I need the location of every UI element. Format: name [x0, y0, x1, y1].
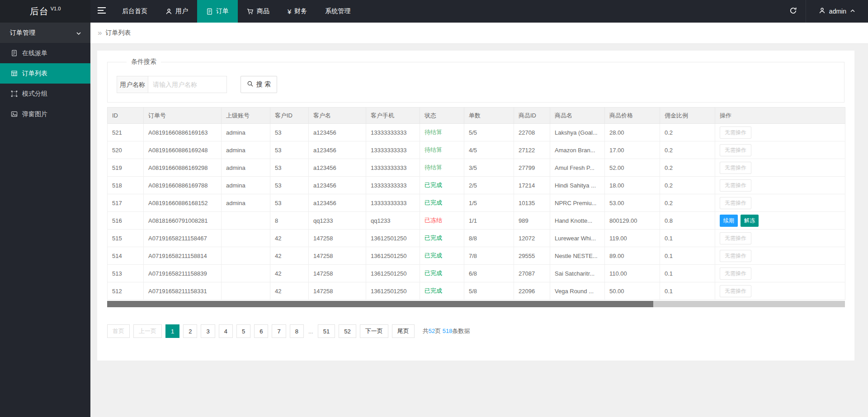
column-header: 佣金比例 [660, 108, 715, 124]
order-list-card: 条件搜索 用户名称 搜 索 ID订单号上级账号客户ID客户名客户手机状态单数商品… [97, 51, 854, 361]
cell-price: 18.00 [605, 177, 660, 194]
nav-item-system[interactable]: 系统管理 [316, 0, 359, 23]
sidebar-section-orders[interactable]: 订单管理 [0, 23, 90, 43]
table-row: 520A08191660886169248admina53a1234561333… [108, 141, 845, 159]
cell-product: Sai Satcharitr... [550, 265, 605, 282]
cell-actions: 无需操作 [715, 141, 845, 159]
cell-status: 已冻结 [420, 212, 464, 230]
column-header: 单数 [464, 108, 514, 124]
sidebar-item-order-list[interactable]: 订单列表 [0, 63, 90, 84]
page-button-52[interactable]: 52 [339, 324, 356, 338]
cell-id: 519 [108, 159, 144, 177]
cell-product: Vega Round ... [550, 282, 605, 300]
app-version: V1.0 [51, 6, 61, 11]
cell-customer: 147258 [309, 282, 366, 300]
navbar-right: admin [781, 0, 868, 23]
column-header: 商品名 [550, 108, 605, 124]
cell-parent: admina [222, 177, 270, 194]
status-badge: 待结算 [425, 164, 442, 171]
cell-customer-id: 8 [270, 212, 309, 230]
nav-item-home[interactable]: 后台首页 [113, 0, 156, 23]
cell-status: 已完成 [420, 282, 464, 300]
cell-phone: 13612501250 [366, 247, 420, 265]
nav-item-orders[interactable]: 订单 [197, 0, 238, 23]
cell-id: 512 [108, 282, 144, 300]
menu-collapse-button[interactable] [90, 0, 113, 23]
status-badge: 已完成 [425, 182, 442, 188]
table-row: 517A08191660886168152admina53a1234561333… [108, 194, 845, 212]
nav-item-finance[interactable]: ¥财务 [278, 0, 316, 23]
nav-item-label: 订单 [216, 7, 229, 15]
cell-phone: 13612501250 [366, 265, 420, 282]
cell-order-no: A08181660791008281 [144, 212, 222, 230]
page-button-上一页[interactable]: 上一页 [133, 324, 162, 338]
column-header: ID [108, 108, 144, 124]
cell-customer: a123456 [309, 177, 366, 194]
page-button-8[interactable]: 8 [290, 324, 304, 338]
table-row: 519A08191660886169298admina53a1234561333… [108, 159, 845, 177]
unfreeze-button[interactable]: 解冻 [741, 215, 759, 227]
column-header: 商品ID [514, 108, 550, 124]
search-row: 用户名称 搜 索 [117, 76, 844, 93]
cell-price: 50.00 [605, 282, 660, 300]
cell-customer-id: 53 [270, 124, 309, 141]
cell-order-no: A08191660886169163 [144, 124, 222, 141]
sidebar-item-mode-group[interactable]: 模式分组 [0, 84, 90, 104]
renew-button[interactable]: 续期 [720, 215, 738, 227]
cell-parent [222, 265, 270, 282]
horizontal-scrollbar-thumb[interactable] [107, 301, 653, 307]
status-badge: 待结算 [425, 146, 442, 153]
page-button-4[interactable]: 4 [219, 324, 233, 338]
cell-order-no: A08191660886169788 [144, 177, 222, 194]
cell-customer: a123456 [309, 141, 366, 159]
content: 条件搜索 用户名称 搜 索 ID订单号上级账号客户ID客户名客户手机状态单数商品… [90, 44, 868, 361]
page-button-5[interactable]: 5 [236, 324, 250, 338]
page-button-2[interactable]: 2 [183, 324, 197, 338]
cell-parent [222, 282, 270, 300]
page-button-1[interactable]: 1 [165, 324, 179, 338]
cell-parent: admina [222, 159, 270, 177]
cell-ratio: 0.1 [660, 230, 715, 247]
page-button-6[interactable]: 6 [254, 324, 268, 338]
page-button-7[interactable]: 7 [272, 324, 286, 338]
table-row: 512A071916582111583314214725813612501250… [108, 282, 845, 300]
cell-product: Hindi Sahitya ... [550, 177, 605, 194]
table-row: 514A071916582111588144214725813612501250… [108, 247, 845, 265]
cell-customer: qq1233 [309, 212, 366, 230]
page-button-3[interactable]: 3 [201, 324, 215, 338]
nav-item-goods[interactable]: 商品 [238, 0, 278, 23]
sidebar-item-popup-image[interactable]: 弹窗图片 [0, 104, 90, 124]
sidebar-item-online-dispatch[interactable]: 在线派单 [0, 43, 90, 63]
pagination: 首页上一页12345678...5152下一页尾页共52页 518条数据 [107, 324, 844, 338]
cell-price: 28.00 [605, 124, 660, 141]
page-button-下一页[interactable]: 下一页 [360, 324, 388, 338]
cell-count: 1/1 [464, 212, 514, 230]
column-header: 上级账号 [222, 108, 270, 124]
summary-text: 页 [435, 328, 443, 334]
cell-product-id: 17214 [514, 177, 550, 194]
page-button-尾页[interactable]: 尾页 [392, 324, 415, 338]
nav-item-users[interactable]: 用户 [156, 0, 197, 23]
no-action-button: 无需操作 [720, 285, 751, 297]
refresh-button[interactable] [781, 0, 806, 23]
search-button[interactable]: 搜 索 [241, 76, 277, 93]
cell-actions: 续期解冻 [715, 212, 845, 230]
horizontal-scrollbar-track[interactable] [107, 301, 845, 307]
cell-status: 已完成 [420, 265, 464, 282]
page-button-51[interactable]: 51 [318, 324, 335, 338]
cell-status: 待结算 [420, 141, 464, 159]
cell-status: 待结算 [420, 159, 464, 177]
cell-id: 517 [108, 194, 144, 212]
cell-ratio: 0.2 [660, 194, 715, 212]
cell-customer: a123456 [309, 194, 366, 212]
cart-icon [247, 8, 254, 15]
cell-ratio: 0.2 [660, 141, 715, 159]
cell-price: 110.00 [605, 265, 660, 282]
cell-product-id: 22708 [514, 124, 550, 141]
username-input[interactable] [148, 76, 227, 93]
top-navbar: 后台 V1.0 后台首页用户订单商品¥财务系统管理 admin [0, 0, 868, 23]
table-row: 515A071916582111584674214725813612501250… [108, 230, 845, 247]
page-button-首页[interactable]: 首页 [107, 324, 130, 338]
popup-image-icon [11, 111, 18, 117]
user-dropdown[interactable]: admin [806, 0, 868, 23]
